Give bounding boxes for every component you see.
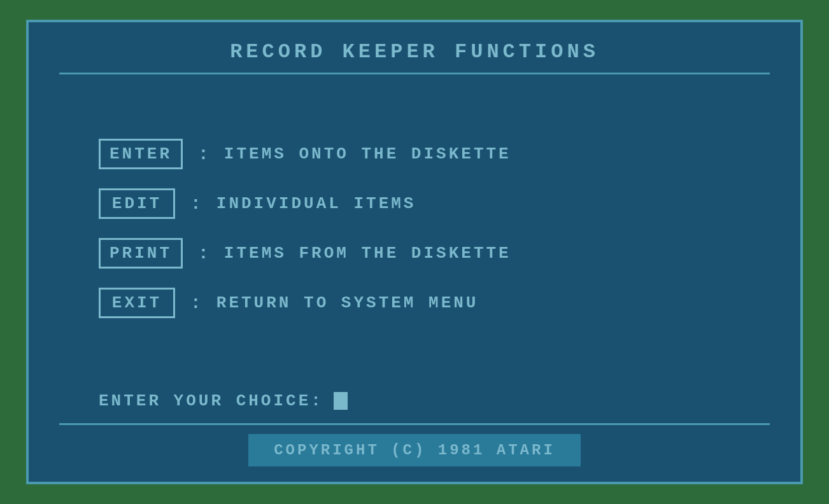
- menu-description-2: ITEMS FROM THE DISKETTE: [224, 244, 511, 263]
- input-area: ENTER YOUR CHOICE:: [29, 391, 800, 423]
- menu-key-exit[interactable]: EXIT: [99, 288, 175, 318]
- menu-key-enter[interactable]: ENTER: [99, 139, 183, 169]
- menu-separator-3: :: [190, 293, 201, 313]
- menu-item-edit[interactable]: EDIT:INDIVIDUAL ITEMS: [99, 188, 730, 219]
- copyright-box: COPYRIGHT (C) 1981 ATARI: [248, 434, 581, 466]
- menu-item-enter[interactable]: ENTER:ITEMS ONTO THE DISKETTE: [99, 139, 730, 169]
- input-cursor[interactable]: [334, 392, 348, 410]
- menu-item-print[interactable]: PRINT:ITEMS FROM THE DISKETTE: [99, 238, 730, 269]
- menu-key-print[interactable]: PRINT: [99, 238, 183, 269]
- menu-separator-2: :: [198, 244, 209, 263]
- bottom-divider: [59, 423, 769, 425]
- title-area: RECORD KEEPER FUNCTIONS: [29, 22, 800, 85]
- input-label: ENTER YOUR CHOICE:: [99, 391, 323, 410]
- page-title: RECORD KEEPER FUNCTIONS: [230, 40, 599, 64]
- menu-separator-0: :: [198, 144, 209, 164]
- menu-description-0: ITEMS ONTO THE DISKETTE: [224, 144, 511, 164]
- copyright-text: COPYRIGHT (C) 1981 ATARI: [274, 442, 555, 459]
- copyright-area: COPYRIGHT (C) 1981 ATARI: [248, 434, 581, 466]
- menu-separator-1: :: [190, 194, 201, 214]
- menu-key-edit[interactable]: EDIT: [99, 188, 175, 219]
- menu-area: ENTER:ITEMS ONTO THE DISKETTEEDIT:INDIVI…: [29, 85, 800, 391]
- main-screen: RECORD KEEPER FUNCTIONS ENTER:ITEMS ONTO…: [26, 20, 803, 484]
- menu-item-exit[interactable]: EXIT:RETURN TO SYSTEM MENU: [99, 288, 730, 318]
- menu-description-3: RETURN TO SYSTEM MENU: [216, 293, 479, 312]
- top-divider: [59, 73, 769, 74]
- menu-description-1: INDIVIDUAL ITEMS: [216, 194, 416, 213]
